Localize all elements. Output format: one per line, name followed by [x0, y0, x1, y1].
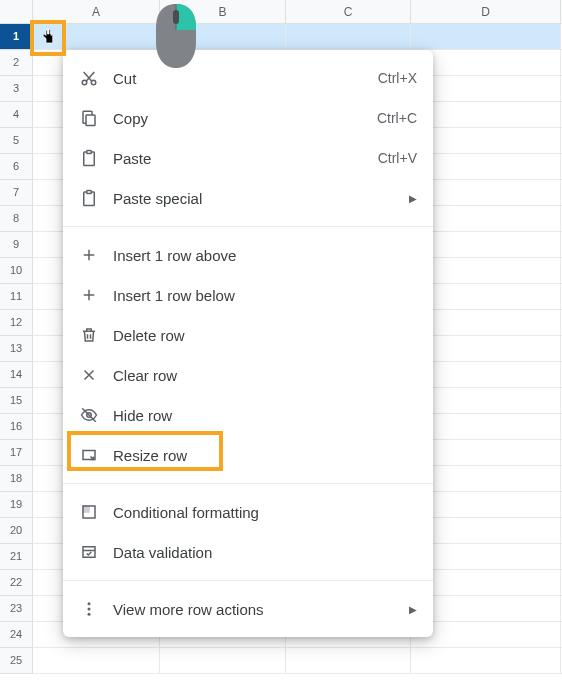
svg-rect-8	[87, 191, 92, 194]
cell[interactable]	[411, 128, 561, 153]
row-headers: 1234567891011121314151617181920212223242…	[0, 24, 33, 674]
row-header[interactable]: 3	[0, 76, 32, 102]
row-header[interactable]: 15	[0, 388, 32, 414]
menu-item-insert-below[interactable]: Insert 1 row below	[63, 275, 433, 315]
column-header[interactable]: B	[160, 0, 286, 23]
row-header[interactable]: 14	[0, 362, 32, 388]
row-header[interactable]: 19	[0, 492, 32, 518]
cell[interactable]	[411, 24, 561, 49]
cell[interactable]	[411, 388, 561, 413]
cell[interactable]	[411, 492, 561, 517]
row-header[interactable]: 5	[0, 128, 32, 154]
row-header[interactable]: 10	[0, 258, 32, 284]
menu-label: Insert 1 row below	[113, 287, 417, 304]
cell[interactable]	[286, 648, 411, 673]
cell[interactable]	[411, 50, 561, 75]
svg-point-16	[88, 613, 91, 616]
cell[interactable]	[411, 102, 561, 127]
cell[interactable]	[411, 414, 561, 439]
row-header[interactable]: 8	[0, 206, 32, 232]
menu-item-conditional-formatting[interactable]: Conditional formatting	[63, 492, 433, 532]
cell[interactable]	[411, 570, 561, 595]
row-header[interactable]: 25	[0, 648, 32, 674]
row-header[interactable]: 18	[0, 466, 32, 492]
plus-icon	[79, 245, 99, 265]
cell[interactable]	[411, 440, 561, 465]
row-header[interactable]: 13	[0, 336, 32, 362]
svg-point-15	[88, 608, 91, 611]
row-header[interactable]: 24	[0, 622, 32, 648]
cell[interactable]	[411, 310, 561, 335]
cell[interactable]	[411, 336, 561, 361]
cell[interactable]	[33, 24, 160, 49]
svg-point-2	[82, 80, 87, 85]
table-row	[33, 648, 562, 674]
cell[interactable]	[411, 518, 561, 543]
menu-item-paste[interactable]: Paste Ctrl+V	[63, 138, 433, 178]
cell[interactable]	[411, 180, 561, 205]
clear-icon	[79, 365, 99, 385]
row-header[interactable]: 6	[0, 154, 32, 180]
svg-rect-6	[87, 151, 92, 154]
menu-item-hide-row[interactable]: Hide row	[63, 395, 433, 435]
svg-rect-13	[83, 547, 95, 558]
cell[interactable]	[160, 648, 286, 673]
row-header[interactable]: 2	[0, 50, 32, 76]
menu-separator	[63, 580, 433, 581]
row-header[interactable]: 17	[0, 440, 32, 466]
svg-rect-12	[83, 506, 89, 512]
menu-item-copy[interactable]: Copy Ctrl+C	[63, 98, 433, 138]
cell[interactable]	[411, 206, 561, 231]
row-header[interactable]: 20	[0, 518, 32, 544]
paste-special-icon	[79, 188, 99, 208]
menu-label: Conditional formatting	[113, 504, 417, 521]
menu-item-cut[interactable]: Cut Ctrl+X	[63, 58, 433, 98]
menu-item-resize-row[interactable]: Resize row	[63, 435, 433, 475]
row-header[interactable]: 7	[0, 180, 32, 206]
menu-shortcut: Ctrl+X	[378, 70, 417, 86]
column-header[interactable]: C	[286, 0, 411, 23]
cell[interactable]	[411, 362, 561, 387]
column-header[interactable]: D	[411, 0, 561, 23]
menu-label: Hide row	[113, 407, 417, 424]
menu-item-insert-above[interactable]: Insert 1 row above	[63, 235, 433, 275]
menu-item-paste-special[interactable]: Paste special ▶	[63, 178, 433, 218]
cell[interactable]	[411, 596, 561, 621]
cell[interactable]	[411, 76, 561, 101]
cell[interactable]	[160, 24, 286, 49]
cell[interactable]	[411, 622, 561, 647]
hide-icon	[79, 405, 99, 425]
row-header[interactable]: 9	[0, 232, 32, 258]
select-all-corner[interactable]	[0, 0, 33, 24]
menu-item-delete-row[interactable]: Delete row	[63, 315, 433, 355]
row-header[interactable]: 16	[0, 414, 32, 440]
row-header[interactable]: 12	[0, 310, 32, 336]
menu-item-data-validation[interactable]: Data validation	[63, 532, 433, 572]
row-header[interactable]: 21	[0, 544, 32, 570]
cell[interactable]	[286, 24, 411, 49]
cell[interactable]	[411, 284, 561, 309]
menu-separator	[63, 483, 433, 484]
cell[interactable]	[411, 154, 561, 179]
column-header[interactable]: A	[33, 0, 160, 23]
trash-icon	[79, 325, 99, 345]
cell[interactable]	[411, 232, 561, 257]
cell[interactable]	[411, 466, 561, 491]
row-header[interactable]: 23	[0, 596, 32, 622]
row-header[interactable]: 22	[0, 570, 32, 596]
cell[interactable]	[411, 258, 561, 283]
menu-item-clear-row[interactable]: Clear row	[63, 355, 433, 395]
row-context-menu: Cut Ctrl+X Copy Ctrl+C Paste Ctrl+V Past…	[63, 50, 433, 637]
row-header[interactable]: 1	[0, 24, 32, 50]
cell[interactable]	[411, 544, 561, 569]
more-icon	[79, 599, 99, 619]
cell[interactable]	[411, 648, 561, 673]
row-header[interactable]: 11	[0, 284, 32, 310]
cell[interactable]	[33, 648, 160, 673]
svg-rect-4	[86, 115, 95, 126]
row-header[interactable]: 4	[0, 102, 32, 128]
resize-icon	[79, 445, 99, 465]
column-headers: ABCD	[33, 0, 562, 24]
menu-item-view-more[interactable]: View more row actions ▶	[63, 589, 433, 629]
conditional-formatting-icon	[79, 502, 99, 522]
